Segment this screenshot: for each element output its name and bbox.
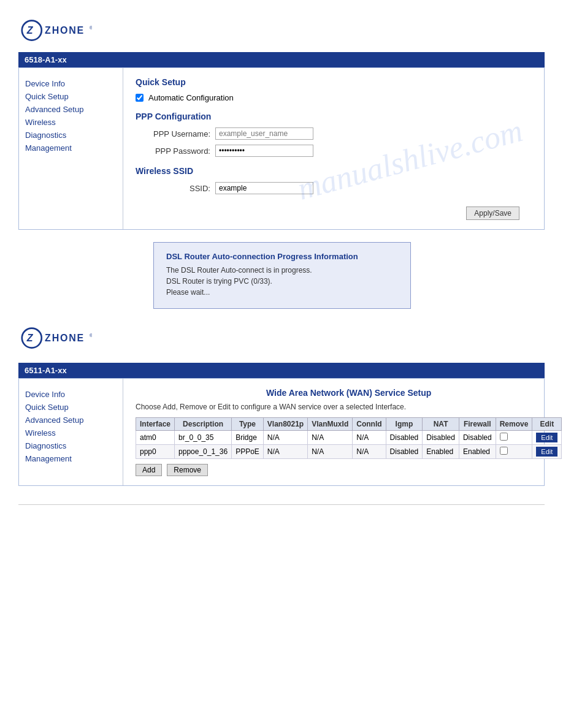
- sidebar-item-quick-setup[interactable]: Quick Setup: [25, 90, 117, 103]
- wan-title: Wide Area Network (WAN) Service Setup: [136, 388, 562, 398]
- sidebar2-item-management[interactable]: Management: [25, 452, 117, 465]
- auto-config-checkbox[interactable]: [136, 94, 144, 102]
- add-button[interactable]: Add: [136, 464, 162, 476]
- sidebar-item-advanced-setup[interactable]: Advanced Setup: [25, 103, 117, 116]
- zhone-logo-2: Z ZHONE ®: [18, 326, 92, 351]
- ssid-input[interactable]: [215, 182, 313, 194]
- row1-remove[interactable]: [496, 431, 532, 445]
- progress-box-title: DSL Router Auto-connection Progress Info…: [166, 252, 398, 261]
- progress-line1: The DSL Router Auto-connect is in progre…: [166, 266, 398, 275]
- auto-config-label: Automatic Configuration: [148, 93, 234, 102]
- row2-connid: N/A: [353, 445, 386, 459]
- row2-type: PPPoE: [232, 445, 264, 459]
- progress-line3: Please wait...: [166, 288, 398, 297]
- row2-igmp: Disabled: [386, 445, 423, 459]
- row2-vlanmuxid: N/A: [308, 445, 353, 459]
- sidebar2-item-quick-setup[interactable]: Quick Setup: [25, 401, 117, 414]
- row1-edit-button[interactable]: Edit: [536, 433, 557, 442]
- ssid-label: SSID:: [136, 184, 215, 193]
- col-vlan8021p: Vlan8021p: [263, 418, 307, 431]
- apply-btn-row: Apply/Save: [136, 207, 532, 220]
- sidebar2-item-device-info[interactable]: Device Info: [25, 388, 117, 401]
- wireless-ssid-title: Wireless SSID: [136, 166, 532, 176]
- ppp-password-input[interactable]: [215, 145, 313, 157]
- ppp-username-group: PPP Username:: [136, 127, 532, 140]
- panel2-main: Wide Area Network (WAN) Service Setup Ch…: [123, 379, 563, 485]
- col-remove: Remove: [496, 418, 532, 431]
- panel1-sidebar: Device Info Quick Setup Advanced Setup W…: [19, 68, 123, 229]
- zhone-logo: Z ZHONE ®: [18, 18, 92, 43]
- row2-nat: Enabled: [423, 445, 459, 459]
- col-firewall: Firewall: [459, 418, 496, 431]
- sidebar2-item-wireless[interactable]: Wireless: [25, 427, 117, 439]
- row1-igmp: Disabled: [386, 431, 423, 445]
- col-nat: NAT: [423, 418, 459, 431]
- col-vlanmuxid: VlanMuxId: [308, 418, 353, 431]
- row2-remove-checkbox[interactable]: [500, 447, 508, 455]
- logo-area: Z ZHONE ®: [18, 12, 545, 52]
- row2-firewall: Enabled: [459, 445, 496, 459]
- row1-remove-checkbox[interactable]: [500, 433, 508, 441]
- col-type: Type: [232, 418, 264, 431]
- row1-description: br_0_0_35: [175, 431, 232, 445]
- ppp-section-title: PPP Configuration: [136, 112, 532, 121]
- svg-text:Z: Z: [26, 25, 34, 36]
- col-description: Description: [175, 418, 232, 431]
- sidebar-item-device-info[interactable]: Device Info: [25, 77, 117, 90]
- row2-description: pppoe_0_1_36: [175, 445, 232, 459]
- row2-edit-button[interactable]: Edit: [536, 447, 557, 457]
- table-btn-row: Add Remove: [136, 464, 562, 476]
- row1-type: Bridge: [232, 431, 264, 445]
- page-wrapper: Z ZHONE ® 6518-A1-xx Device Info Quick S…: [0, 0, 563, 728]
- panel1-header: 6518-A1-xx: [18, 52, 545, 67]
- ppp-username-label: PPP Username:: [136, 129, 215, 138]
- row2-vlan8021p: N/A: [263, 445, 307, 459]
- progress-box: DSL Router Auto-connection Progress Info…: [153, 242, 411, 309]
- svg-text:Z: Z: [26, 333, 34, 343]
- row1-interface: atm0: [136, 431, 175, 445]
- sidebar-item-wireless[interactable]: Wireless: [25, 116, 117, 129]
- apply-save-button[interactable]: Apply/Save: [466, 207, 519, 220]
- row1-connid: N/A: [353, 431, 386, 445]
- remove-button[interactable]: Remove: [167, 464, 208, 476]
- ppp-username-input[interactable]: [215, 127, 313, 140]
- row1-vlanmuxid: N/A: [308, 431, 353, 445]
- panel2-header: 6511-A1-xx: [18, 363, 545, 378]
- svg-text:ZHONE: ZHONE: [45, 333, 85, 343]
- auto-config-row: Automatic Configuration: [136, 93, 532, 102]
- svg-text:ZHONE: ZHONE: [45, 25, 85, 36]
- svg-text:®: ®: [90, 333, 92, 338]
- row1-vlan8021p: N/A: [263, 431, 307, 445]
- row2-edit-cell: Edit: [532, 445, 562, 459]
- col-connid: ConnId: [353, 418, 386, 431]
- sidebar-item-management[interactable]: Management: [25, 142, 117, 154]
- svg-text:®: ®: [90, 26, 92, 31]
- quick-setup-title: Quick Setup: [136, 77, 532, 87]
- panel2: 6511-A1-xx Device Info Quick Setup Advan…: [18, 363, 545, 486]
- panel2-body: Device Info Quick Setup Advanced Setup W…: [18, 378, 545, 486]
- ppp-password-group: PPP Password:: [136, 145, 532, 157]
- col-edit: Edit: [532, 418, 562, 431]
- sidebar2-item-advanced-setup[interactable]: Advanced Setup: [25, 414, 117, 427]
- col-igmp: Igmp: [386, 418, 423, 431]
- row1-nat: Disabled: [423, 431, 459, 445]
- wan-desc: Choose Add, Remove or Edit to configure …: [136, 403, 562, 411]
- row2-interface: ppp0: [136, 445, 175, 459]
- sidebar2-item-diagnostics[interactable]: Diagnostics: [25, 439, 117, 452]
- ssid-group: SSID:: [136, 182, 532, 194]
- row1-edit-cell: Edit: [532, 431, 562, 445]
- row1-firewall: Disabled: [459, 431, 496, 445]
- row2-remove[interactable]: [496, 445, 532, 459]
- panel1-body: Device Info Quick Setup Advanced Setup W…: [18, 67, 545, 230]
- wan-table: Interface Description Type Vlan8021p Vla…: [136, 417, 562, 459]
- ppp-password-label: PPP Password:: [136, 146, 215, 156]
- sidebar-item-diagnostics[interactable]: Diagnostics: [25, 129, 117, 142]
- second-logo-area: Z ZHONE ®: [18, 321, 545, 357]
- table-row: ppp0 pppoe_0_1_36 PPPoE N/A N/A N/A Disa…: [136, 445, 562, 459]
- col-interface: Interface: [136, 418, 175, 431]
- table-row: atm0 br_0_0_35 Bridge N/A N/A N/A Disabl…: [136, 431, 562, 445]
- panel1-main: manualshlive.com Quick Setup Automatic C…: [123, 68, 544, 229]
- panel2-sidebar: Device Info Quick Setup Advanced Setup W…: [19, 379, 123, 485]
- panel1: 6518-A1-xx Device Info Quick Setup Advan…: [18, 52, 545, 230]
- progress-line2: DSL Router is trying PVC (0/33).: [166, 277, 398, 286]
